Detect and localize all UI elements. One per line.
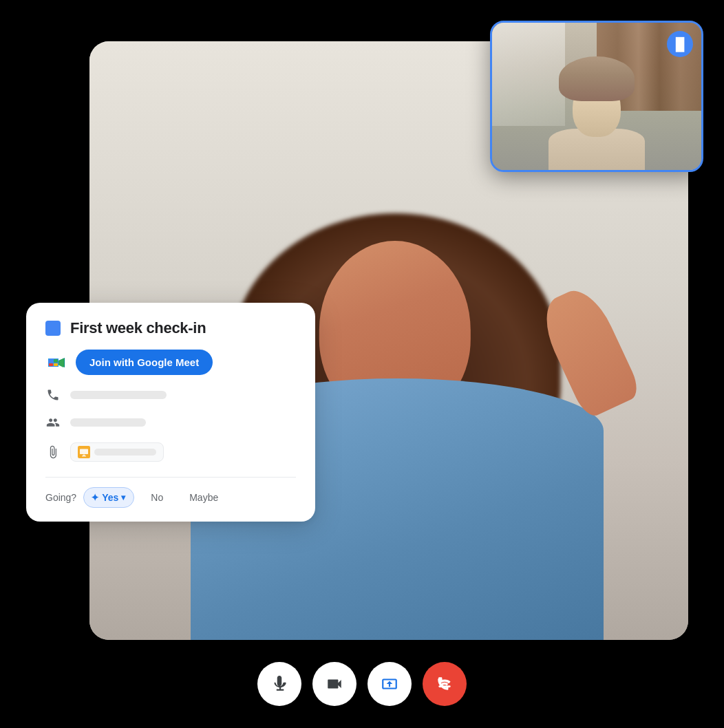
svg-rect-9 xyxy=(82,456,86,456)
pip-hair-shape xyxy=(559,56,635,101)
slides-icon xyxy=(78,446,90,458)
calendar-event-card: First week check-in Join with Google Mee… xyxy=(26,303,315,522)
svg-rect-3 xyxy=(54,359,58,363)
camera-button[interactable] xyxy=(312,662,356,706)
card-divider xyxy=(45,477,296,478)
rsvp-maybe-button[interactable]: Maybe xyxy=(180,488,228,507)
svg-rect-8 xyxy=(83,455,85,456)
pip-window-light xyxy=(492,23,565,126)
call-controls-bar xyxy=(257,662,467,706)
card-people-row xyxy=(45,412,296,433)
phone-icon xyxy=(45,387,61,403)
rsvp-no-button[interactable]: No xyxy=(141,488,173,507)
rsvp-dropdown-arrow-icon: ▾ xyxy=(121,493,125,502)
pip-video-window: ▐▌ xyxy=(490,21,703,172)
share-screen-icon xyxy=(381,675,398,693)
share-screen-button[interactable] xyxy=(368,662,412,706)
svg-rect-7 xyxy=(80,449,88,455)
attachment-icon xyxy=(45,445,61,460)
calendar-color-indicator xyxy=(45,321,61,336)
camera-icon xyxy=(326,675,343,693)
svg-rect-5 xyxy=(54,363,58,366)
phone-text-placeholder xyxy=(70,391,167,399)
attachment-filename-placeholder xyxy=(94,449,156,456)
svg-rect-4 xyxy=(49,363,53,366)
people-text-placeholder xyxy=(70,418,146,427)
attachment-chip[interactable] xyxy=(70,442,164,462)
microphone-icon xyxy=(270,675,288,693)
rsvp-row: Going? ✦ Yes ▾ No Maybe xyxy=(45,487,296,508)
scene: ▐▌ First week check-in xyxy=(0,0,724,728)
microphone-button[interactable] xyxy=(257,662,301,706)
meet-join-row: Join with Google Meet xyxy=(45,350,296,375)
end-call-button[interactable] xyxy=(423,662,467,706)
join-google-meet-button[interactable]: Join with Google Meet xyxy=(76,350,213,375)
rsvp-yes-label: Yes xyxy=(102,492,118,503)
event-title: First week check-in xyxy=(70,319,206,337)
going-label: Going? xyxy=(45,492,76,503)
google-meet-icon xyxy=(45,352,67,374)
card-attachment-row xyxy=(45,440,296,464)
svg-rect-2 xyxy=(49,359,53,363)
yes-checkmark-icon: ✦ xyxy=(91,492,99,503)
pip-audio-icon: ▐▌ xyxy=(671,37,689,52)
pip-audio-badge: ▐▌ xyxy=(667,31,693,57)
card-phone-row xyxy=(45,385,296,405)
card-title-row: First week check-in xyxy=(45,319,296,337)
rsvp-yes-button[interactable]: ✦ Yes ▾ xyxy=(83,487,134,508)
end-call-icon xyxy=(436,675,454,693)
people-icon xyxy=(45,415,61,430)
